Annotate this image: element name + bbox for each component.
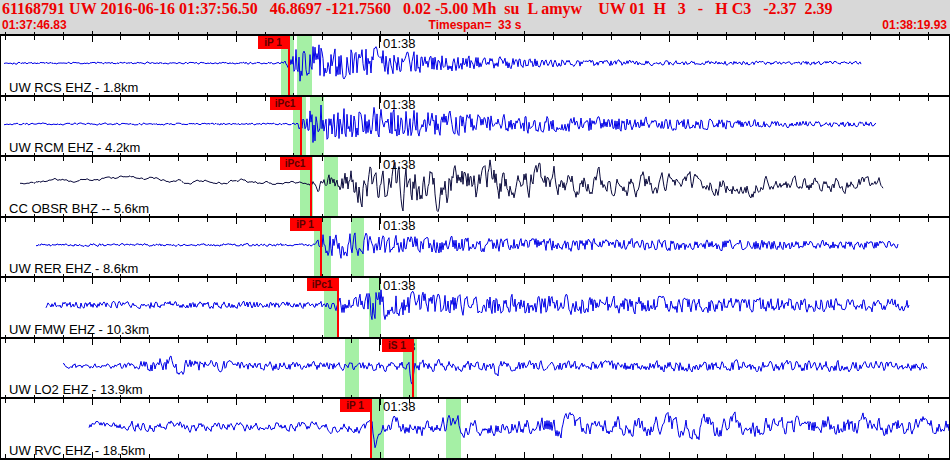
time-tick	[755, 395, 756, 403]
time-tick	[120, 274, 121, 282]
pick-line[interactable]	[412, 339, 414, 398]
time-tick	[611, 335, 612, 343]
pick-flag[interactable]: iP 1	[258, 36, 288, 49]
waveform-1[interactable]	[1, 36, 949, 94]
time-tick	[265, 153, 266, 161]
time-tick	[870, 93, 871, 101]
time-tick	[149, 335, 150, 343]
waveform-4[interactable]	[1, 218, 949, 276]
time-tick	[813, 334, 814, 345]
time-tick	[784, 274, 785, 282]
time-tick	[899, 454, 900, 460]
time-tick	[178, 274, 179, 282]
time-tick	[726, 335, 727, 343]
time-tick	[63, 335, 64, 343]
trace-row-obsr[interactable]: 01:38iPc1CC OBSR BHZ -- 5.6km	[1, 157, 949, 218]
time-tick	[842, 395, 843, 403]
time-tick	[553, 93, 554, 101]
time-tick	[524, 92, 525, 103]
time-tick	[870, 395, 871, 403]
time-tick	[669, 452, 670, 460]
time-tick	[467, 454, 468, 460]
time-tick	[467, 274, 468, 282]
time-tick	[640, 274, 641, 282]
time-tick	[669, 394, 670, 405]
time-tick	[178, 32, 179, 40]
time-tick	[120, 153, 121, 161]
waveform-2[interactable]	[1, 97, 949, 155]
time-tick	[755, 454, 756, 460]
minute-label: 01:38	[383, 158, 416, 172]
time-tick	[120, 395, 121, 403]
pick-flag[interactable]: iP 1	[290, 218, 320, 231]
time-tick	[813, 273, 814, 284]
time-tick	[813, 394, 814, 405]
time-tick	[726, 214, 727, 222]
minute-label: 01:38	[383, 98, 416, 112]
pick-line[interactable]	[337, 278, 339, 337]
pick-flag[interactable]: iPc1	[280, 157, 310, 170]
time-tick	[726, 274, 727, 282]
time-tick	[351, 214, 352, 222]
time-tick	[784, 93, 785, 101]
time-tick	[120, 335, 121, 343]
pick-flag[interactable]: iS 1	[382, 339, 412, 352]
pick-line[interactable]	[288, 36, 290, 95]
time-tick	[236, 31, 237, 42]
minute-label: 01:38	[383, 279, 416, 293]
pick-line[interactable]	[300, 97, 302, 156]
time-tick	[697, 214, 698, 222]
time-tick	[293, 335, 294, 343]
time-tick	[120, 32, 121, 40]
time-tick	[293, 274, 294, 282]
time-tick	[495, 335, 496, 343]
time-tick	[870, 214, 871, 222]
trace-row-fmw[interactable]: 01:38iPc1UW FMW EHZ - 10.3km	[1, 278, 949, 339]
pick-flag[interactable]: iPc1	[270, 97, 300, 110]
trace-row-lo2[interactable]: 01:38iS 1UW LO2 EHZ - 13.9km	[1, 339, 949, 400]
time-tick	[207, 454, 208, 460]
trace-row-rcm[interactable]: 01:38iPc1UW RCM EHZ - 4.2km	[1, 97, 949, 158]
time-tick	[553, 335, 554, 343]
time-tick	[265, 274, 266, 282]
time-tick	[669, 152, 670, 163]
time-tick	[34, 214, 35, 222]
time-tick	[63, 32, 64, 40]
time-tick	[207, 93, 208, 101]
time-tick	[842, 32, 843, 40]
time-tick	[524, 394, 525, 405]
time-tick	[640, 454, 641, 460]
pick-line[interactable]	[310, 157, 312, 216]
time-tick	[553, 274, 554, 282]
waveform-6[interactable]	[1, 339, 949, 397]
time-tick	[553, 153, 554, 161]
time-tick	[755, 335, 756, 343]
pick-line[interactable]	[320, 218, 322, 277]
time-tick	[524, 31, 525, 42]
minute-label: 01:38	[383, 37, 416, 51]
time-tick	[582, 32, 583, 40]
time-tick	[92, 31, 93, 42]
time-tick	[899, 32, 900, 40]
time-tick	[34, 153, 35, 161]
time-tick	[669, 213, 670, 224]
time-tick	[870, 454, 871, 460]
time-tick	[842, 153, 843, 161]
time-tick	[322, 153, 323, 161]
pick-flag[interactable]: iPc1	[307, 278, 337, 291]
time-tick	[322, 32, 323, 40]
time-tick	[553, 395, 554, 403]
trace-row-rcs[interactable]: 01:38iP 1UW RCS EHZ - 1.8km	[1, 36, 949, 97]
time-tick	[92, 92, 93, 103]
pick-flag[interactable]: iP 1	[340, 399, 370, 412]
time-tick	[928, 395, 929, 403]
trace-row-rvc[interactable]: 01:38iP 1UW RVC EHZ - 18.5km	[1, 399, 949, 460]
time-tick	[5, 395, 6, 403]
minute-label: 01:38	[383, 400, 416, 414]
time-tick	[92, 273, 93, 284]
time-tick	[380, 394, 381, 405]
pick-line[interactable]	[370, 399, 372, 458]
time-tick	[380, 273, 381, 284]
trace-row-rer[interactable]: 01:38iP 1UW RER EHZ - 8.6km	[1, 218, 949, 279]
time-tick	[611, 454, 612, 460]
